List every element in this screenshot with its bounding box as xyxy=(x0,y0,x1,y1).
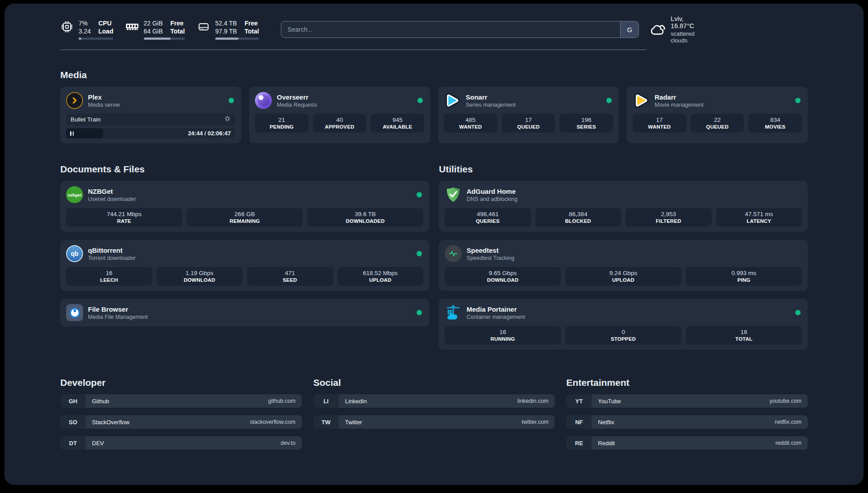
bookmark-url: netflix.com xyxy=(775,419,801,425)
stat-queries: 498,461 QUERIES xyxy=(445,208,531,227)
bookmark-url: reddit.com xyxy=(776,440,801,446)
gear-icon[interactable] xyxy=(224,115,231,124)
cpu-load-label: Load xyxy=(98,27,113,35)
playback-progress-bar[interactable]: 24:44 / 02:06:47 xyxy=(66,128,235,138)
bookmark-abbr: SO xyxy=(60,415,86,429)
status-dot xyxy=(606,98,612,103)
bookmark-linkedin[interactable]: LI LinkedIn linkedin.com xyxy=(313,394,555,408)
status-dot xyxy=(795,310,801,315)
app-desc: Movie management xyxy=(655,102,704,108)
cpu-metric: 7% 3.24 CPU Load xyxy=(60,19,113,40)
stat-label: QUERIES xyxy=(447,218,529,224)
adguard-shield-icon xyxy=(445,186,462,203)
stat-value: 9.24 Gbps xyxy=(567,270,680,276)
stat-label: QUEUED xyxy=(693,124,743,130)
stat-value: 16 xyxy=(68,270,150,276)
bookmark-name: Reddit xyxy=(598,440,615,447)
stat-label: UPLOAD xyxy=(339,277,422,283)
stat-value: 834 xyxy=(750,117,800,123)
playback-time: 24:44 / 02:06:47 xyxy=(188,130,231,137)
stat-value: 498,461 xyxy=(447,211,529,217)
app-card-speedtest[interactable]: Speedtest Speedtest Tracking 9.65 Gbps D… xyxy=(439,240,808,291)
stat-label: DOWNLOADED xyxy=(309,218,421,224)
bookmark-abbr: GH xyxy=(60,394,86,408)
stat-value: 945 xyxy=(372,117,422,123)
app-card-sonarr[interactable]: Sonarr Series management 485 WANTED 17 Q… xyxy=(438,87,619,143)
app-name: File Browser xyxy=(88,305,148,313)
app-card-plex[interactable]: Plex Media server Bullet Train xyxy=(60,87,241,143)
app-desc: Series management xyxy=(466,102,516,108)
qbittorrent-icon: qb xyxy=(66,245,83,262)
bookmark-url: linkedin.com xyxy=(517,398,548,404)
bookmark-name: Twitter xyxy=(345,419,362,426)
bookmark-name: Github xyxy=(92,398,109,405)
stat-value: 21 xyxy=(257,117,307,123)
app-card-filebrowser[interactable]: File Browser Media File Management xyxy=(60,299,429,326)
bookmark-twitter[interactable]: TW Twitter twitter.com xyxy=(313,415,555,429)
stat-pending: 21 PENDING xyxy=(255,114,309,133)
stat-series: 196 SERIES xyxy=(559,114,613,133)
memory-free-value: 22 GiB xyxy=(144,19,163,27)
now-playing-title: Bullet Train xyxy=(71,116,101,123)
stat-label: UPLOAD xyxy=(567,277,680,283)
app-name: AdGuard Home xyxy=(467,188,517,195)
stat-leech: 16 LEECH xyxy=(66,267,152,286)
stat-remaining: 266 GB REMAINING xyxy=(187,208,303,227)
weather-location: Lviv, 16.87°C xyxy=(671,15,694,29)
app-name: Plex xyxy=(88,93,120,101)
disk-free-value: 52.4 TB xyxy=(215,19,237,27)
bookmark-reddit[interactable]: RE Reddit reddit.com xyxy=(566,436,808,450)
bookmark-dev[interactable]: DT DEV dev.to xyxy=(60,436,302,450)
app-card-adguard[interactable]: AdGuard Home DNS and adblocking 498,461 … xyxy=(439,181,808,232)
bookmark-url: youtube.com xyxy=(769,398,801,404)
bookmark-url: twitter.com xyxy=(522,419,549,425)
stat-label: BLOCKED xyxy=(537,218,620,224)
bookmark-abbr: YT xyxy=(566,394,592,408)
search-engine-button[interactable]: G xyxy=(620,21,638,38)
stat-label: SEED xyxy=(249,277,331,283)
app-name: Sonarr xyxy=(466,93,516,101)
bookmark-name: Netflix xyxy=(598,419,614,426)
stat-wanted: 485 WANTED xyxy=(444,114,497,133)
stat-label: RUNNING xyxy=(447,336,559,342)
app-desc: Torrent downloader xyxy=(88,255,136,261)
stat-downloaded: 39.6 TB DOWNLOADED xyxy=(307,208,423,227)
stat-stopped: 0 STOPPED xyxy=(565,326,681,345)
bookmark-stackoverflow[interactable]: SO StackOverflow stackoverflow.com xyxy=(60,415,302,429)
app-desc: Speedtest Tracking xyxy=(467,255,514,261)
pause-icon[interactable] xyxy=(70,131,74,136)
cpu-usage-value: 7% xyxy=(79,19,91,27)
bookmark-github[interactable]: GH Github github.com xyxy=(60,394,302,408)
disk-total-label: Total xyxy=(245,27,259,35)
stat-value: 618.52 Mbps xyxy=(339,270,422,276)
bookmark-abbr: RE xyxy=(566,436,592,450)
stat-label: APPROVED xyxy=(315,124,365,130)
bookmark-url: dev.to xyxy=(281,440,296,446)
app-card-overseerr[interactable]: Overseerr Media Requests 21 PENDING 40 A… xyxy=(249,87,430,143)
disk-metric: 52.4 TB 97.9 TB Free Total xyxy=(197,19,259,40)
app-card-radarr[interactable]: Radarr Movie management 17 WANTED 22 QUE… xyxy=(627,87,808,143)
stat-value: 0.993 ms xyxy=(688,270,800,276)
cpu-usage-label: CPU xyxy=(98,19,113,27)
search-input[interactable] xyxy=(281,21,620,38)
app-name: NZBGet xyxy=(88,188,136,195)
bookmark-name: DEV xyxy=(92,440,104,447)
section-title-media: Media xyxy=(60,70,808,80)
stat-label: FILTERED xyxy=(627,218,710,224)
app-card-portainer[interactable]: Media Portainer Container management 16 … xyxy=(439,299,808,350)
status-dot xyxy=(417,98,423,103)
app-card-qbittorrent[interactable]: qb qBittorrent Torrent downloader 16 xyxy=(60,240,429,291)
app-card-nzbget[interactable]: nzbget NZBGet Usenet downloader 744.21 M… xyxy=(60,181,429,232)
stat-label: SERIES xyxy=(561,124,611,130)
bookmark-youtube[interactable]: YT YouTube youtube.com xyxy=(566,394,808,408)
stat-value: 9.65 Gbps xyxy=(447,270,559,276)
stat-wanted: 17 WANTED xyxy=(633,114,686,133)
overseerr-icon xyxy=(255,92,272,109)
stat-label: WANTED xyxy=(446,124,496,130)
app-name: Media Portainer xyxy=(467,305,525,313)
bookmark-netflix[interactable]: NF Netflix netflix.com xyxy=(566,415,808,429)
stat-label: MOVIES xyxy=(750,124,800,130)
stat-movies: 834 MOVIES xyxy=(748,114,802,133)
disk-icon xyxy=(197,19,210,34)
stat-value: 485 xyxy=(446,117,496,123)
